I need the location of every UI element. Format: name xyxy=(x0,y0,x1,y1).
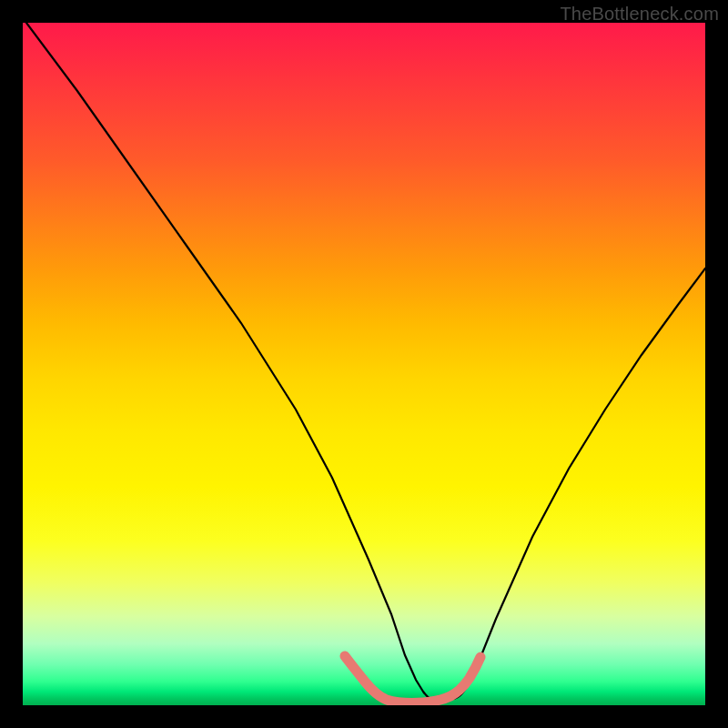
chart-container: TheBottleneck.com xyxy=(0,0,728,728)
bottleneck-curve xyxy=(26,23,705,701)
plot-area xyxy=(23,23,705,705)
attribution-text: TheBottleneck.com xyxy=(560,4,719,25)
optimal-zone-marker xyxy=(345,656,480,703)
chart-svg xyxy=(23,23,705,705)
